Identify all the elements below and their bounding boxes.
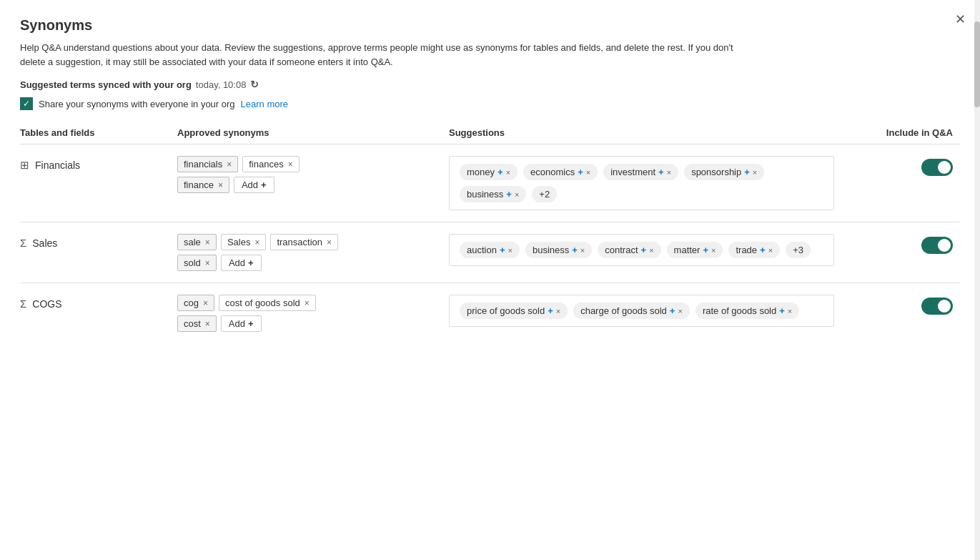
col-tables-fields: Tables and fields [20, 127, 177, 138]
field-cell-cogs: Σ COGS [20, 295, 177, 310]
suggestion-tag: business + × [525, 242, 592, 258]
synonyms-modal: ✕ Synonyms Help Q&A understand questions… [0, 0, 980, 560]
add-synonym-button[interactable]: Add + [234, 177, 274, 193]
suggestion-tag: matter + × [667, 242, 723, 258]
suggestion-tag: auction + × [460, 242, 520, 258]
suggestions-box: auction + × business + × contract + × ma… [449, 234, 834, 266]
approved-tag: finances × [242, 156, 299, 172]
suggestions-cell-sales: auction + × business + × contract + × ma… [449, 234, 846, 266]
modal-title: Synonyms [20, 17, 960, 34]
field-name-cogs: COGS [32, 298, 61, 310]
add-synonym-button[interactable]: Add + [221, 315, 262, 332]
add-synonym-button[interactable]: Add + [221, 255, 262, 271]
approved-tag: sold × [177, 255, 217, 271]
suggestion-tag: investment + × [603, 164, 678, 180]
include-toggle-cogs[interactable] [921, 298, 953, 315]
suggestion-tag: rate of goods sold + × [696, 303, 799, 319]
approved-tag: finance × [177, 177, 229, 193]
suggestions-box: money + × economics + × investment + × s… [449, 156, 834, 210]
field-cell-sales: Σ Sales [20, 234, 177, 249]
table-icon: ⊞ [20, 159, 29, 172]
toggle-cell-sales [846, 234, 960, 254]
sync-label: Suggested terms synced with your org [20, 79, 192, 90]
learn-more-link[interactable]: Learn more [241, 99, 288, 109]
approved-tag: sale × [177, 234, 217, 250]
col-include: Include in Q&A [846, 127, 960, 138]
more-suggestions-badge[interactable]: +3 [786, 242, 811, 258]
approved-cell-financials: financials × finances × finance × Add + [177, 156, 449, 193]
toggle-cell-financials [846, 156, 960, 176]
sigma-icon: Σ [20, 237, 26, 249]
approved-tag: Sales × [221, 234, 267, 250]
suggestions-cell-financials: money + × economics + × investment + × s… [449, 156, 846, 210]
sigma-icon: Σ [20, 298, 26, 310]
suggestions-cell-cogs: price of goods sold + × charge of goods … [449, 295, 846, 327]
sync-icon[interactable]: ↻ [250, 79, 259, 90]
table-row: Σ Sales sale × Sales × transaction × sol… [20, 222, 960, 283]
table-header: Tables and fields Approved synonyms Sugg… [20, 123, 960, 144]
table-row: Σ COGS cog × cost of goods sold × cost ×… [20, 283, 960, 343]
toggle-cell-cogs [846, 295, 960, 315]
include-toggle-sales[interactable] [921, 237, 953, 254]
share-row: ✓ Share your synonyms with everyone in y… [20, 97, 960, 110]
share-label: Share your synonyms with everyone in you… [39, 99, 235, 109]
field-cell-financials: ⊞ Financials [20, 156, 177, 172]
approved-tag: cog × [177, 295, 214, 311]
approved-tag: transaction × [270, 234, 338, 250]
suggestion-tag: contract + × [598, 242, 660, 258]
suggestions-box: price of goods sold + × charge of goods … [449, 295, 834, 327]
suggestion-tag: sponsorship + × [684, 164, 764, 180]
share-checkbox[interactable]: ✓ [20, 97, 33, 110]
more-suggestions-badge[interactable]: +2 [532, 186, 557, 202]
suggestion-tag: money + × [460, 164, 518, 180]
col-approved: Approved synonyms [177, 127, 449, 138]
scrollbar-thumb[interactable] [974, 21, 980, 107]
approved-tag: cost of goods sold × [219, 295, 316, 311]
col-suggestions: Suggestions [449, 127, 846, 138]
approved-tag: cost × [177, 315, 217, 332]
field-name-financials: Financials [35, 159, 80, 171]
suggestion-tag: business + × [460, 186, 526, 202]
suggestion-tag: trade + × [728, 242, 780, 258]
include-toggle-financials[interactable] [921, 159, 953, 176]
table-row: ⊞ Financials financials × finances × fin… [20, 144, 960, 222]
suggestion-tag: price of goods sold + × [460, 303, 568, 319]
sync-time: today, 10:08 [196, 79, 247, 90]
suggestion-tag: charge of goods sold + × [573, 303, 690, 319]
close-button[interactable]: ✕ [955, 13, 966, 26]
field-name-sales: Sales [32, 237, 57, 249]
approved-cell-sales: sale × Sales × transaction × sold × Add … [177, 234, 449, 271]
scrollbar-track [974, 0, 980, 560]
sync-row: Suggested terms synced with your org tod… [20, 79, 960, 90]
approved-tag: financials × [177, 156, 238, 172]
approved-cell-cogs: cog × cost of goods sold × cost × Add + [177, 295, 449, 332]
suggestion-tag: economics + × [523, 164, 598, 180]
modal-description: Help Q&A understand questions about your… [20, 41, 949, 69]
